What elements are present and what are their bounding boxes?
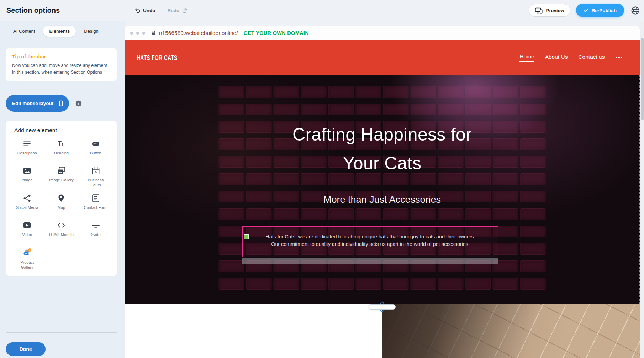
undo-label: Undo [143,8,155,13]
element-button[interactable]: Button [79,139,112,160]
hero-tile [438,278,464,290]
lock-icon [152,30,156,36]
hero-tile [356,86,381,98]
spacer-element[interactable] [242,258,498,264]
hero-tile [328,208,354,220]
info-icon[interactable] [75,100,82,107]
site-logo[interactable]: HATS FOR CATS [137,53,178,62]
topbar-actions: Preview Re-Publish [529,4,644,17]
hero-tile [274,208,299,220]
get-domain-link[interactable]: GET YOUR OWN DOMAIN [243,30,308,36]
redo-button[interactable]: Redo [168,7,188,14]
hero-tile [274,104,299,115]
element-html-module[interactable]: HTML Module [45,221,78,242]
hero-tile [411,86,436,98]
undo-icon [134,7,141,14]
nav-about-us[interactable]: About Us [545,54,568,62]
divider-icon [91,221,100,230]
hero-tile [383,208,409,220]
calendar-icon [91,166,100,175]
republish-button[interactable]: Re-Publish [576,4,624,17]
element-product-gallery[interactable]: SHOP Product Gallery [11,248,43,270]
hero-heading[interactable]: Crafting Happiness for Your Cats [125,120,639,178]
heading-icon: Tt [57,139,66,148]
tab-design[interactable]: Design [78,26,104,37]
hero-tile [438,104,464,115]
image-icon [22,166,32,175]
site-header: HATS FOR CATS Home About Us Contact us [125,40,640,75]
edit-mobile-label: Edit mobile layout [12,101,53,106]
share-icon [22,194,32,203]
hero-tile [493,104,518,115]
app: Section options Undo Redo Preview [0,0,644,358]
nav-more-icon[interactable] [616,55,623,60]
text-lines-icon [22,139,32,148]
shop-icon: SHOP [22,248,32,258]
hero-tile [274,278,299,290]
svg-text:T: T [58,140,62,147]
tab-ai-content[interactable]: AI Content [7,26,41,37]
hero-tile [328,104,354,115]
redo-label: Redo [168,8,180,13]
element-divider[interactable]: Divider [79,221,112,242]
selected-text-element[interactable]: Hats for Cats, we are dedicated to craft… [242,226,498,257]
hero-tile [520,226,546,237]
nav-contact-us[interactable]: Contact us [578,54,605,62]
svg-text:SHOP: SHOP [25,253,30,254]
hero-tile [246,86,272,98]
video-icon [22,221,32,230]
hero-tile [383,278,409,290]
hero-tile [493,278,518,290]
hero-tile [411,104,436,115]
hero-paragraph-line2: Our commitment to quality and individual… [243,241,498,248]
devices-icon [535,7,543,14]
hero-tile [520,260,546,272]
stage-gap [125,21,640,26]
tip-card: Tip of the day: Now you can add, move an… [6,48,117,81]
element-video[interactable]: Video [11,221,43,242]
site-nav: Home About Us Contact us [519,53,623,62]
element-social-media[interactable]: Social Media [11,194,43,215]
hero-tile [219,260,244,272]
undo-button[interactable]: Undo [134,7,155,14]
section-resize-handle[interactable] [369,301,396,313]
hero-tile [328,86,354,98]
arrow-down-icon [379,310,385,313]
element-image-gallery[interactable]: Image Gallery [45,166,78,188]
topbar: Section options Undo Redo Preview [0,0,644,21]
element-image[interactable]: Image [11,166,43,188]
element-heading[interactable]: Tt Heading [45,139,78,160]
hero-tile [465,104,491,115]
hero-tile [246,104,272,115]
page-title: Section options [0,6,125,15]
element-contact-form[interactable]: Contact Form [79,194,112,215]
map-pin-icon [57,194,66,203]
tab-elements[interactable]: Elements [43,26,76,37]
element-business-hours[interactable]: Business Hours [79,166,112,188]
button-icon [91,139,100,148]
next-section-paving-image [382,304,640,358]
scrollbar-track [640,21,644,358]
hero-tile [301,104,327,115]
nav-home[interactable]: Home [519,53,534,62]
selected-hero-section[interactable]: Crafting Happiness for Your Cats More th… [125,75,640,304]
site-preview: n1566589.websitebuilder.online/ GET YOUR… [125,21,640,358]
element-drag-handle[interactable] [244,234,249,239]
republish-label: Re-Publish [591,8,617,13]
preview-button[interactable]: Preview [529,4,570,17]
done-button[interactable]: Done [6,342,46,356]
hero-tile [493,86,518,98]
element-map[interactable]: Map [45,194,78,215]
language-globe-button[interactable] [630,5,640,16]
edit-mobile-layout-button[interactable]: Edit mobile layout [6,95,69,112]
next-section-white-half [125,304,382,358]
scrollbar-thumb[interactable] [641,38,644,120]
element-description[interactable]: Description [11,139,43,160]
hero-tile [383,104,409,115]
resize-pill[interactable] [369,304,396,310]
hero-subheading[interactable]: More than Just Accessories [125,194,639,205]
code-icon [57,221,66,230]
hero-tile [520,208,546,220]
hero-tile [438,208,464,220]
hero-tile [383,86,409,98]
